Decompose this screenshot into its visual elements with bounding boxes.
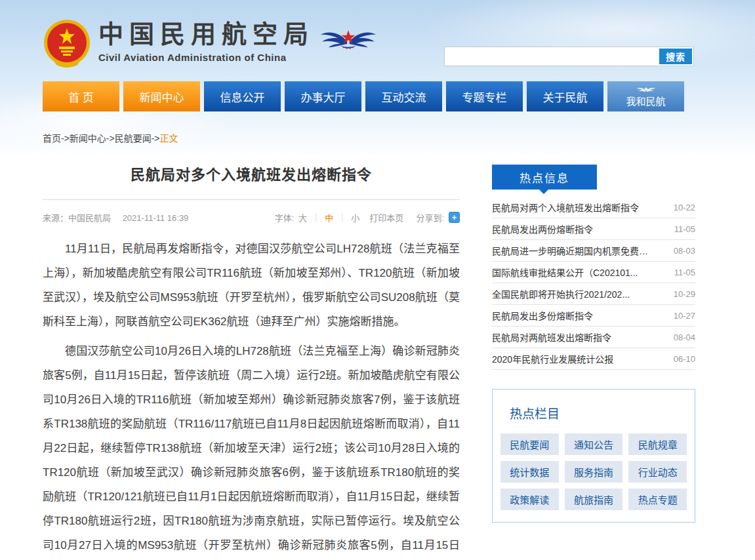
hot-info-item-date: 11-05	[674, 224, 695, 234]
hot-info-item-date: 10-22	[674, 203, 695, 212]
site-title-en: Civil Aviation Administration of China	[98, 52, 314, 63]
site-title-cn: 中国民用航空局	[98, 21, 314, 49]
article-body: 11月11日，民航局再发熔断指令，对德国汉莎航空公司LH728航班（法兰克福至上…	[43, 237, 460, 560]
nav-tab-news-center[interactable]: 新闻中心	[123, 81, 200, 111]
nav-tab-home[interactable]: 首 页	[43, 81, 119, 111]
nav-tab-label: 办事大厅	[301, 89, 346, 105]
nav-tab-label: 首 页	[68, 89, 94, 105]
hot-column-link-service-guide[interactable]: 服务指南	[565, 461, 623, 483]
hot-info-item-date: 10-27	[674, 311, 695, 321]
hot-info-item-title: 全国民航即将开始执行2021/202...	[492, 287, 630, 300]
breadcrumb-home[interactable]: 首页	[43, 133, 61, 144]
hot-info-header: 热点信息	[492, 165, 597, 190]
nav-tab-label: 信息公开	[220, 89, 265, 105]
article-meta-left: 来源：中国民航局 2021-11-11 16:39	[43, 211, 197, 224]
hot-column-link-statistics[interactable]: 统计数据	[500, 461, 559, 483]
page: 中国民用航空局 Civil Aviation Administration of…	[0, 0, 755, 560]
article: 民航局对多个入境航班发出熔断指令 来源：中国民航局 2021-11-11 16:…	[43, 156, 460, 560]
article-meta: 来源：中国民航局 2021-11-11 16:39 字体: 大 ｜ 中 ｜ 小 …	[43, 211, 460, 224]
pipe-separator: ｜	[312, 211, 320, 224]
nav-tab-special-topics[interactable]: 专题专栏	[446, 81, 523, 111]
hot-info-item[interactable]: 2020年民航行业发展统计公报 06-10	[492, 348, 695, 370]
share-plus-icon[interactable]: +	[449, 212, 460, 223]
hot-info-item-title: 民航局对两个入境航班发出熔断指令	[492, 201, 639, 214]
nav-tab-label: 新闻中心	[140, 89, 184, 105]
title-divider	[43, 199, 460, 200]
nav-tab-label: 关于民航	[543, 89, 588, 105]
hot-info-list: 民航局对两个入境航班发出熔断指令 10-22 民航局发出两份熔断指令 11-05…	[492, 197, 695, 370]
hot-column-link-policy-interpretation[interactable]: 政策解读	[500, 489, 559, 510]
search-input[interactable]	[445, 47, 659, 66]
article-title: 民航局对多个入境航班发出熔断指令	[43, 163, 460, 184]
font-size-small[interactable]: 小	[351, 211, 359, 224]
breadcrumb-separator: ->	[152, 133, 160, 144]
breadcrumb: 首页->新闻中心->民航要闻->正文	[43, 131, 178, 144]
breadcrumb-caac-news[interactable]: 民航要闻	[115, 133, 152, 144]
font-size-label: 字体:	[275, 211, 295, 224]
breadcrumb-separator: ->	[106, 133, 115, 144]
hot-column-link-industry-trends[interactable]: 行业动态	[628, 461, 687, 483]
hot-column-link-travel-guide[interactable]: 航旅指南	[565, 489, 623, 510]
hot-info-item-date: 10-29	[674, 289, 695, 299]
nav-tab-service-hall[interactable]: 办事大厅	[285, 81, 361, 111]
hot-info-item[interactable]: 国际航线审批结果公开（C202101... 11-05	[492, 262, 695, 283]
font-size-large[interactable]: 大	[298, 211, 307, 224]
hot-info-item[interactable]: 民航局对两个入境航班发出熔断指令 10-22	[492, 197, 695, 218]
font-size-medium[interactable]: 中	[325, 211, 333, 224]
hot-info-item-title: 民航局发出两份熔断指令	[492, 222, 593, 235]
search-button[interactable]: 搜索	[659, 49, 692, 64]
nav-tab-about-caac[interactable]: 关于民航	[527, 81, 603, 111]
hot-info-item[interactable]: 民航局发出多份熔断指令 10-27	[492, 305, 695, 327]
article-meta-right: 字体: 大 ｜ 中 ｜ 小 打印本页 分享到: +	[275, 211, 460, 224]
hot-columns-box: 热点栏目 民航要闻 通知公告 民航规章 统计数据 服务指南 行业动态 政策解读 …	[492, 389, 695, 523]
hot-columns-grid: 民航要闻 通知公告 民航规章 统计数据 服务指南 行业动态 政策解读 航旅指南 …	[500, 433, 687, 510]
nav-tab-label: 互动交流	[382, 89, 426, 105]
share-to-label: 分享到:	[416, 211, 444, 224]
hot-info-item-title: 民航局对两航班发出熔断指令	[492, 330, 611, 344]
hot-info-item-title: 民航局进一步明确近期国内机票免费退票...	[492, 244, 651, 257]
nav-tab-info-disclosure[interactable]: 信息公开	[204, 81, 281, 111]
hot-info-item-title: 2020年民航行业发展统计公报	[492, 352, 613, 365]
main-navigation: 首 页 新闻中心 信息公开 办事大厅 互动交流 专题专栏 关于民航 我和民航	[43, 81, 684, 111]
hot-info-item[interactable]: 民航局发出两份熔断指令 11-05	[492, 218, 695, 240]
hot-info-item[interactable]: 民航局对两航班发出熔断指令 08-04	[492, 327, 695, 348]
hot-info-item-date: 06-10	[674, 354, 695, 364]
hot-column-link-regulations[interactable]: 民航规章	[628, 433, 687, 455]
nav-tab-label: 我和民航	[626, 94, 665, 108]
hot-info-item-date: 08-04	[674, 332, 695, 342]
article-paragraph: 德国汉莎航空公司10月26日入境的LH728航班（法兰克福至上海）确诊新冠肺炎旅…	[43, 339, 460, 560]
article-source: 来源：中国民航局	[43, 213, 111, 223]
pipe-separator: ｜	[338, 211, 346, 224]
search-box: 搜索	[444, 47, 694, 66]
breadcrumb-separator: ->	[61, 133, 70, 144]
hot-info-item[interactable]: 民航局进一步明确近期国内机票免费退票... 08-03	[492, 240, 695, 262]
nav-tab-interaction[interactable]: 互动交流	[365, 81, 442, 111]
hot-info-item-title: 民航局发出多份熔断指令	[492, 309, 593, 322]
nav-tab-label: 专题专栏	[462, 89, 507, 105]
hot-info-item-date: 08-03	[674, 246, 695, 256]
hot-column-link-notices[interactable]: 通知公告	[565, 433, 623, 455]
print-page-link[interactable]: 打印本页	[369, 211, 403, 224]
site-title-block: 中国民用航空局 Civil Aviation Administration of…	[98, 21, 314, 63]
breadcrumb-current: 正文	[160, 133, 178, 144]
small-wing-icon	[636, 86, 656, 94]
nav-tab-me-and-caac[interactable]: 我和民航	[607, 81, 684, 111]
national-emblem-logo	[43, 18, 91, 70]
breadcrumb-news-center[interactable]: 新闻中心	[70, 133, 106, 144]
hot-info-item-title: 国际航线审批结果公开（C202101...	[492, 266, 638, 279]
hot-column-link-hot-topics[interactable]: 热点专题	[628, 489, 687, 510]
hot-info-item-date: 11-05	[674, 268, 695, 277]
hot-column-link-caac-news[interactable]: 民航要闻	[500, 433, 559, 455]
sidebar: 热点信息 民航局对两个入境航班发出熔断指令 10-22 民航局发出两份熔断指令 …	[492, 165, 695, 523]
article-paragraph: 11月11日，民航局再发熔断指令，对德国汉莎航空公司LH728航班（法兰克福至上…	[43, 237, 460, 334]
hot-columns-title: 热点栏目	[510, 404, 687, 422]
article-datetime: 2021-11-11 16:39	[123, 213, 189, 223]
caac-wing-icon	[319, 26, 377, 52]
hot-info-item[interactable]: 全国民航即将开始执行2021/202... 10-29	[492, 283, 695, 305]
